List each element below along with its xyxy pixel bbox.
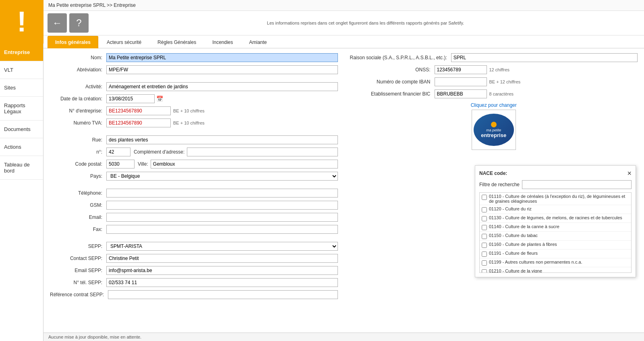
fax-row: Fax: — [50, 225, 338, 234]
num-entreprise-input[interactable] — [106, 106, 171, 115]
ville-label: Ville: — [138, 161, 148, 167]
nace-filter-label: Filtre de recherche — [479, 182, 520, 187]
nace-header: NACE code: × — [479, 170, 632, 177]
email-sepp-label: Email SEPP: — [50, 268, 106, 273]
ville-input[interactable] — [151, 160, 338, 168]
abreviation-input[interactable] — [106, 65, 338, 74]
tel-sepp-row: N° tél. SEPP: — [50, 278, 338, 287]
numero-row: n°: Complément d'adresse: — [50, 148, 338, 156]
toolbar: ← ? Les informations reprises dans cet o… — [43, 11, 644, 35]
tab-regles-generales[interactable]: Règles Générales — [150, 36, 204, 48]
tab-amiante[interactable]: Amiante — [242, 36, 275, 48]
back-button[interactable]: ← — [48, 13, 67, 33]
nace-popup: NACE code: × Filtre de recherche 01110 -… — [475, 165, 636, 277]
nace-item[interactable]: 01150 - Culture du tabac — [480, 232, 631, 241]
sidebar: ! Entreprise VLT Sites Rapports Légaux D… — [0, 0, 43, 341]
sidebar-item-documents[interactable]: Documents — [0, 121, 43, 138]
form-content: Nom: Abréviation: Activité: Date de la c… — [43, 48, 644, 333]
sidebar-item-tableau[interactable]: Tableau de bord — [0, 156, 43, 180]
rue-input[interactable] — [106, 135, 338, 144]
code-postal-row: Code postal: Ville: — [50, 160, 338, 168]
logo-box[interactable]: ma petite entreprise — [472, 110, 516, 150]
num-entreprise-label: N° d'entreprise: — [50, 108, 106, 114]
bic-hint: 8 caractères — [489, 91, 514, 96]
tab-acteurs-securite[interactable]: Acteurs sécurité — [99, 36, 149, 48]
numero-input[interactable] — [106, 148, 130, 156]
code-postal-input[interactable] — [106, 160, 135, 168]
calendar-icon[interactable]: 📅 — [156, 96, 163, 102]
onss-hint: 12 chiffres — [489, 67, 510, 72]
num-tva-label: Numéro TVA: — [50, 120, 106, 126]
bic-input[interactable] — [435, 89, 487, 98]
contact-sepp-row: Contact SEPP: — [50, 254, 338, 263]
sepp-row: SEPP: SPMT-ARISTA Autre — [50, 242, 338, 251]
help-button[interactable]: ? — [69, 13, 89, 33]
fax-label: Fax: — [50, 227, 106, 232]
abreviation-label: Abréviation: — [50, 67, 106, 73]
num-tva-input[interactable] — [106, 119, 171, 127]
onss-row: ONSS: 12 chiffres — [350, 65, 638, 74]
raison-sociale-input[interactable] — [451, 53, 638, 62]
onss-label: ONSS: — [350, 67, 435, 73]
sidebar-item-vlt[interactable]: VLT — [0, 61, 43, 79]
num-entreprise-hint: BE + 10 chiffres — [173, 108, 205, 113]
telephone-label: Téléphone: — [50, 190, 106, 196]
nom-input[interactable] — [106, 53, 338, 62]
raison-sociale-row: Raison sociale (S.A., S.P.R.L., A.S.B.L.… — [350, 53, 638, 62]
pays-select[interactable]: BE - Belgique FR - France LU - Luxembour… — [106, 172, 338, 181]
nace-item[interactable]: 01130 - Culture de légumes, de melons, d… — [480, 214, 631, 223]
gsm-label: GSM: — [50, 202, 106, 208]
email-sepp-input[interactable] — [106, 266, 338, 275]
sidebar-item-actions[interactable]: Actions — [0, 138, 43, 156]
tab-incendies[interactable]: Incendies — [205, 36, 240, 48]
date-creation-input[interactable] — [106, 94, 155, 103]
onss-input[interactable] — [435, 65, 487, 74]
email-sepp-row: Email SEPP: — [50, 266, 338, 275]
nace-item[interactable]: 01199 - Autres cultures non permanentes … — [480, 258, 631, 267]
activite-row: Activité: — [50, 82, 338, 91]
email-label: Email: — [50, 214, 106, 220]
email-input[interactable] — [106, 213, 338, 222]
activite-label: Activité: — [50, 84, 106, 89]
date-creation-row: Date de la création: 📅 — [50, 94, 338, 103]
main-content: Ma Petite entreprise SPRL >> Entreprise … — [43, 0, 644, 341]
nace-item[interactable]: 01191 - Culture de fleurs — [480, 250, 631, 258]
rue-label: Rue: — [50, 137, 106, 143]
nace-item[interactable]: 01210 - Culture de la vigne — [480, 267, 631, 273]
bic-row: Etablissement financier BIC 8 caractères — [350, 89, 638, 98]
telephone-input[interactable] — [106, 189, 338, 198]
nace-list: 01110 - Culture de céréales (à l'excepti… — [479, 192, 632, 273]
logo-change-button[interactable]: Cliquez pour changer — [350, 102, 638, 108]
gsm-input[interactable] — [106, 201, 338, 210]
tab-infos-generales[interactable]: Infos générales — [48, 36, 98, 48]
nace-item[interactable]: 01160 - Culture de plantes à fibres — [480, 241, 631, 250]
activite-input[interactable] — [106, 82, 338, 91]
ref-contrat-input[interactable] — [108, 290, 338, 299]
nom-row: Nom: — [50, 53, 338, 62]
nace-item[interactable]: 01120 - Culture du riz — [480, 205, 631, 214]
back-icon: ← — [52, 17, 62, 29]
complement-input[interactable] — [187, 148, 338, 156]
tel-sepp-input[interactable] — [106, 278, 338, 287]
sidebar-item-sites[interactable]: Sites — [0, 79, 43, 97]
nace-close-button[interactable]: × — [627, 170, 632, 177]
contact-sepp-input[interactable] — [106, 254, 338, 263]
gsm-row: GSM: — [50, 201, 338, 210]
sepp-select[interactable]: SPMT-ARISTA Autre — [106, 242, 338, 251]
raison-sociale-label: Raison sociale (S.A., S.P.R.L., A.S.B.L.… — [350, 55, 451, 60]
fax-input[interactable] — [106, 225, 338, 234]
sidebar-item-entreprise[interactable]: Entreprise — [0, 44, 43, 61]
help-icon: ? — [76, 17, 81, 29]
nace-item[interactable]: 01110 - Culture de céréales (à l'excepti… — [480, 193, 631, 205]
ref-contrat-label: Référence contrat SEPP: — [50, 292, 108, 297]
logo-line1: ma petite — [486, 128, 501, 132]
nace-item[interactable]: 01140 - Culture de la canne à sucre — [480, 223, 631, 232]
abreviation-row: Abréviation: — [50, 65, 338, 74]
iban-input[interactable] — [435, 77, 487, 86]
sidebar-item-rapports[interactable]: Rapports Légaux — [0, 97, 43, 121]
nace-filter-input[interactable] — [522, 180, 632, 189]
email-row: Email: — [50, 213, 338, 222]
status-bar: Aucune mise à jour disponible, mise en a… — [43, 333, 644, 341]
nom-label: Nom: — [50, 55, 106, 60]
toolbar-info-text: Les informations reprises dans cet ongle… — [91, 21, 640, 25]
